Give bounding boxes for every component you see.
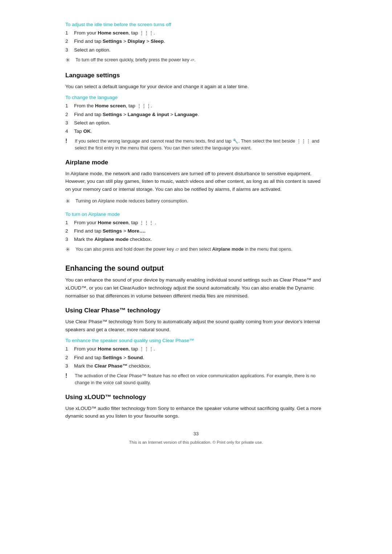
turn-on-airplane-heading: To turn on Airplane mode: [65, 212, 327, 217]
step-content: Find and tap Settings > Language & input…: [74, 111, 327, 118]
clear-phase-section: Using Clear Phase™ technology Use Clear …: [65, 307, 327, 386]
airplane-tip1: ✳ Turning on Airplane mode reduces batte…: [65, 198, 327, 206]
bold-text: Home screen: [98, 220, 128, 225]
footer: This is an Internet version of this publ…: [65, 440, 327, 444]
bold-text: Display: [127, 38, 145, 44]
step-content: Select an option.: [74, 119, 327, 127]
step-num: 3: [65, 236, 74, 243]
bold-text: Sound: [127, 355, 143, 360]
step-num: 3: [65, 46, 74, 54]
bold-text: Airplane mode: [212, 247, 244, 252]
idle-time-section: To adjust the idle time before the scree…: [65, 22, 327, 65]
lang-step-4: 4 Tap OK.: [65, 128, 327, 135]
page-container: To adjust the idle time before the scree…: [0, 0, 392, 554]
bold-text: Settings: [103, 355, 122, 360]
cp-step-3: 3 Mark the Clear Phase™ checkbox.: [65, 362, 327, 370]
step-content: Select an option.: [74, 46, 327, 54]
step-content: Find and tap Settings > More….: [74, 227, 327, 235]
xloud-title: Using xLOUD™ technology: [65, 394, 327, 401]
tip-text: You can also press and hold down the pow…: [75, 246, 292, 253]
xloud-desc: Use xLOUD™ audio filter technology from …: [65, 405, 327, 420]
step-content: Find and tap Settings > Display > Sleep.: [74, 38, 327, 45]
enhance-speaker-heading: To enhance the speaker sound quality usi…: [65, 338, 327, 343]
tip-text: To turn off the screen quickly, briefly …: [75, 57, 196, 63]
bold-text: Settings: [103, 228, 122, 234]
language-steps: 1 From the Home screen, tap ⋮⋮⋮. 2 Find …: [65, 102, 327, 135]
step-num: 2: [65, 354, 74, 361]
enhancing-sound-title: Enhancing the sound output: [65, 264, 327, 272]
bold-text: Home screen: [98, 346, 128, 352]
bold-text: Language: [175, 112, 198, 117]
airplane-step-2: 2 Find and tap Settings > More….: [65, 227, 327, 235]
enhancing-sound-desc: You can enhance the sound of your device…: [65, 276, 327, 300]
note-icon: !: [65, 372, 72, 380]
step-num: 2: [65, 227, 74, 235]
step-num: 3: [65, 119, 74, 127]
step-num: 1: [65, 102, 74, 110]
tip-icon: ✳: [65, 197, 75, 206]
language-settings-title: Language settings: [65, 72, 327, 79]
lang-step-2: 2 Find and tap Settings > Language & inp…: [65, 111, 327, 118]
airplane-step-3: 3 Mark the Airplane mode checkbox.: [65, 236, 327, 243]
step-num: 1: [65, 345, 74, 353]
language-settings-section: Language settings You can select a defau…: [65, 72, 327, 152]
language-settings-desc: You can select a default language for yo…: [65, 83, 327, 91]
step-num: 2: [65, 111, 74, 118]
step-content: Find and tap Settings > Sound.: [74, 354, 327, 361]
step-content: From your Home screen, tap ⋮⋮⋮ .: [74, 219, 327, 226]
bold-text: OK: [83, 128, 91, 134]
note-icon: !: [65, 137, 72, 145]
idle-tip: ✳ To turn off the screen quickly, briefl…: [65, 57, 327, 65]
idle-step-1: 1 From your Home screen, tap ⋮⋮⋮.: [65, 29, 327, 37]
note-text: If you select the wrong language and can…: [75, 138, 327, 152]
language-note: ! If you select the wrong language and c…: [65, 138, 327, 152]
idle-step-2: 2 Find and tap Settings > Display > Slee…: [65, 38, 327, 45]
cp-step-2: 2 Find and tap Settings > Sound.: [65, 354, 327, 361]
step-num: 1: [65, 29, 74, 37]
airplane-tip2: ✳ You can also press and hold down the p…: [65, 246, 327, 254]
bold-text: Settings: [103, 38, 122, 44]
note-text: The activation of the Clear Phase™ featu…: [75, 373, 327, 386]
page-num-text: 33: [193, 431, 199, 436]
clear-phase-note: ! The activation of the Clear Phase™ fea…: [65, 373, 327, 386]
grid-icon: ⋮⋮⋮: [139, 345, 154, 353]
airplane-steps: 1 From your Home screen, tap ⋮⋮⋮ . 2 Fin…: [65, 219, 327, 243]
airplane-mode-title: Airplane mode: [65, 159, 327, 166]
step-content: From your Home screen, tap ⋮⋮⋮.: [74, 345, 327, 353]
clear-phase-title: Using Clear Phase™ technology: [65, 307, 327, 314]
airplane-mode-desc: In Airplane mode, the network and radio …: [65, 170, 327, 193]
grid-icon: ⋮⋮⋮: [139, 219, 154, 226]
xloud-section: Using xLOUD™ technology Use xLOUD™ audio…: [65, 394, 327, 420]
lang-step-3: 3 Select an option.: [65, 119, 327, 127]
bold-text: Settings: [103, 112, 122, 117]
change-language-heading: To change the language: [65, 95, 327, 100]
bold-text: Home screen: [98, 30, 128, 36]
bold-text: Clear Phase™: [94, 363, 127, 369]
cp-step-1: 1 From your Home screen, tap ⋮⋮⋮.: [65, 345, 327, 353]
bold-text: Home screen: [95, 103, 126, 108]
airplane-mode-section: Airplane mode In Airplane mode, the netw…: [65, 159, 327, 254]
bold-text: Language & input: [127, 112, 169, 117]
grid-icon: ⋮⋮⋮: [137, 102, 151, 110]
step-content: From the Home screen, tap ⋮⋮⋮.: [74, 102, 327, 110]
bold-text: More….: [127, 228, 146, 234]
idle-step-3: 3 Select an option.: [65, 46, 327, 54]
bold-text: Sleep: [151, 38, 164, 44]
step-content: Mark the Airplane mode checkbox.: [74, 236, 327, 243]
step-num: 1: [65, 219, 74, 226]
idle-time-steps: 1 From your Home screen, tap ⋮⋮⋮. 2 Find…: [65, 29, 327, 54]
enhancing-sound-section: Enhancing the sound output You can enhan…: [65, 264, 327, 300]
tip-icon: ✳: [65, 56, 75, 65]
tip-icon: ✳: [65, 245, 75, 254]
page-number: 33: [65, 431, 327, 436]
step-content: Mark the Clear Phase™ checkbox.: [74, 362, 327, 370]
step-num: 3: [65, 362, 74, 370]
step-content: From your Home screen, tap ⋮⋮⋮.: [74, 29, 327, 37]
clear-phase-desc: Use Clear Phase™ technology from Sony to…: [65, 318, 327, 333]
lang-step-1: 1 From the Home screen, tap ⋮⋮⋮.: [65, 102, 327, 110]
grid-icon: ⋮⋮⋮: [139, 29, 154, 37]
idle-time-heading: To adjust the idle time before the scree…: [65, 22, 327, 27]
step-content: Tap OK.: [74, 128, 327, 135]
footer-text: This is an Internet version of this publ…: [129, 440, 263, 444]
bold-text: Airplane mode: [94, 237, 128, 242]
